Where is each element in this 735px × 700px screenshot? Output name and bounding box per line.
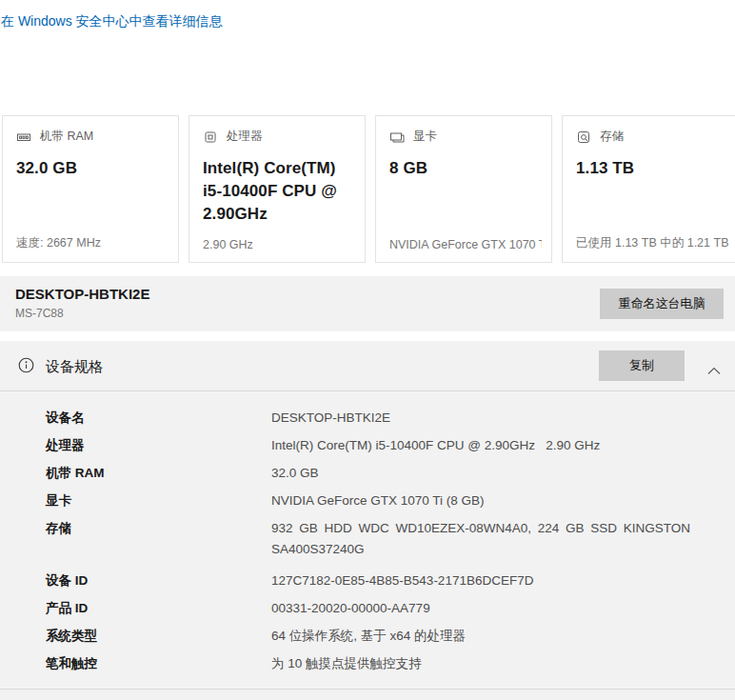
device-name-band: DESKTOP-HBTKI2E MS-7C88 重命名这台电脑 (0, 276, 735, 331)
spec-label: 显卡 (46, 490, 271, 511)
spec-value: 127C7182-0E85-4B85-B543-2171B6DCEF7D (271, 570, 690, 591)
windows-security-link[interactable]: 在 Windows 安全中心中查看详细信息 (1, 13, 223, 30)
spec-label: 系统类型 (46, 626, 271, 647)
gpu-icon (389, 130, 405, 145)
spec-value: Intel(R) Core(TM) i5-10400F CPU @ 2.90GH… (271, 435, 690, 456)
card-ram-value: 32.0 GB (16, 157, 165, 180)
spec-value: 32.0 GB (271, 463, 690, 484)
bottom-divider (0, 689, 735, 690)
info-icon (18, 357, 34, 377)
card-processor-value: Intel(R) Core(TM) i5-10400F CPU @ 2.90GH… (203, 157, 351, 226)
summary-cards: 机带 RAM 32.0 GB 速度: 2667 MHz 处理器 Intel(R)… (2, 115, 735, 263)
spec-value: NVIDIA GeForce GTX 1070 Ti (8 GB) (271, 490, 690, 511)
spec-value: 64 位操作系统, 基于 x64 的处理器 (271, 626, 690, 647)
spec-row-device-name: 设备名 DESKTOP-HBTKI2E (46, 408, 735, 429)
cpu-icon (203, 130, 218, 145)
spec-label: 笔和触控 (46, 653, 271, 674)
rename-pc-button[interactable]: 重命名这台电脑 (600, 289, 724, 319)
card-processor-footer: 2.90 GHz (203, 238, 355, 251)
device-specs-rows: 设备名 DESKTOP-HBTKI2E 处理器 Intel(R) Core(TM… (0, 391, 735, 674)
card-graphics-title: 显卡 (413, 129, 437, 145)
spec-value: 932 GB HDD WDC WD10EZEX-08WN4A0, 224 GB … (271, 518, 690, 560)
card-graphics-value: 8 GB (389, 157, 538, 180)
card-processor-title: 处理器 (227, 129, 263, 145)
card-ram-title: 机带 RAM (40, 129, 93, 145)
device-specs-title: 设备规格 (46, 358, 103, 376)
spec-row-system-type: 系统类型 64 位操作系统, 基于 x64 的处理器 (46, 626, 735, 647)
spec-label: 存储 (46, 518, 271, 560)
card-ram: 机带 RAM 32.0 GB 速度: 2667 MHz (2, 115, 179, 263)
device-specs-header[interactable]: 设备规格 复制 (0, 341, 735, 391)
spec-value: 为 10 触摸点提供触控支持 (271, 653, 690, 674)
card-graphics: 显卡 8 GB NVIDIA GeForce GTX 1070 Ti (375, 115, 552, 263)
card-storage: 存储 1.13 TB 已使用 1.13 TB 中的 1.21 TB (562, 115, 735, 263)
spec-label: 处理器 (46, 435, 271, 456)
chevron-up-icon[interactable] (707, 362, 721, 379)
spec-label: 机带 RAM (46, 463, 271, 484)
spec-row-graphics: 显卡 NVIDIA GeForce GTX 1070 Ti (8 GB) (46, 490, 735, 511)
device-name: DESKTOP-HBTKI2E (15, 286, 149, 302)
spec-value: DESKTOP-HBTKI2E (271, 408, 690, 429)
spec-label: 设备 ID (46, 570, 271, 591)
spec-row-pen-touch: 笔和触控 为 10 触摸点提供触控支持 (46, 653, 735, 674)
spec-row-processor: 处理器 Intel(R) Core(TM) i5-10400F CPU @ 2.… (46, 435, 735, 456)
spec-row-storage: 存储 932 GB HDD WDC WD10EZEX-08WN4A0, 224 … (46, 518, 735, 560)
spec-row-product-id: 产品 ID 00331-20020-00000-AA779 (46, 598, 735, 619)
spec-row-device-id: 设备 ID 127C7182-0E85-4B85-B543-2171B6DCEF… (46, 570, 735, 591)
card-storage-value: 1.13 TB (576, 157, 725, 180)
card-ram-footer: 速度: 2667 MHz (16, 235, 169, 251)
device-model: MS-7C88 (15, 307, 64, 320)
copy-button[interactable]: 复制 (599, 350, 685, 381)
spec-row-ram: 机带 RAM 32.0 GB (46, 463, 735, 484)
card-storage-footer: 已使用 1.13 TB 中的 1.21 TB (576, 235, 728, 251)
spec-value: 00331-20020-00000-AA779 (271, 598, 690, 619)
card-processor: 处理器 Intel(R) Core(TM) i5-10400F CPU @ 2.… (189, 115, 366, 263)
spec-label: 设备名 (46, 408, 271, 429)
card-graphics-footer: NVIDIA GeForce GTX 1070 Ti (389, 238, 542, 251)
ram-icon (16, 130, 31, 145)
spec-label: 产品 ID (46, 598, 271, 619)
card-storage-title: 存储 (600, 129, 624, 145)
device-specs-section: 设备规格 复制 设备名 DESKTOP-HBTKI2E 处理器 Intel(R)… (0, 341, 735, 700)
storage-icon (576, 130, 591, 145)
